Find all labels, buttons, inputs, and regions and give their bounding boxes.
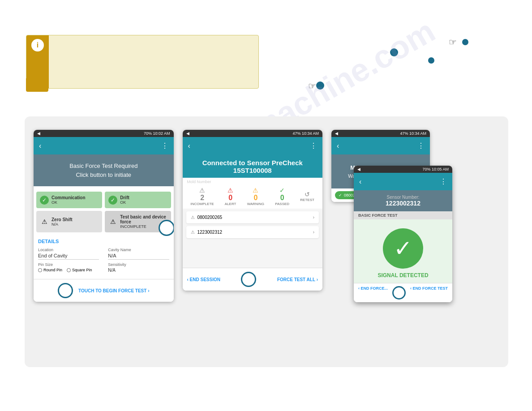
end-force-left[interactable]: ‹ END FORCE...: [358, 286, 388, 300]
check-icon-communication: ✓: [40, 196, 49, 205]
info-banner: i: [26, 35, 259, 89]
warning-label: WARNING: [247, 202, 264, 206]
incomplete-num: 2: [200, 194, 204, 202]
check-icon-drift: ✓: [108, 196, 117, 205]
radio-round-label: Round Pin: [43, 268, 62, 272]
end-session-btn[interactable]: ‹ END SESSION: [187, 277, 220, 282]
warn-icon-zeroshift: ⚠: [40, 217, 49, 226]
big-check-icon: ✓: [383, 228, 423, 269]
phone2-status-time: 47% 10:34 AM: [292, 131, 319, 136]
mold-number-label: Mold Number: [183, 178, 323, 184]
front-circle-btn[interactable]: [392, 286, 406, 300]
nav-dot-4: [462, 39, 468, 45]
status-card-communication: ✓ Communication OK: [36, 192, 102, 208]
detail-row-pinsize: Pin Size Round Pin Square Pin Sensitivit: [38, 262, 169, 273]
alert-label: ALERT: [225, 202, 236, 206]
main-area: ◀ 70% 10:02 AM ‹ ⋮ Basic Force Test Requ…: [25, 116, 508, 367]
location-value: End of Cavity: [38, 253, 99, 260]
phone1-status-time: 70% 10:02 AM: [144, 131, 170, 136]
phone1-title2: Click button to initiate: [39, 171, 168, 180]
sensor1-warn-icon: ⚠: [191, 215, 195, 220]
phone3front-back[interactable]: ‹: [359, 178, 361, 186]
sensor2-arrow: ›: [313, 230, 314, 235]
info-icon: i: [31, 39, 44, 51]
status-card-zeroshift: ⚠ Zero Shift N/A: [36, 211, 102, 232]
phone3back-back[interactable]: ‹: [337, 142, 339, 150]
drift-sub: OK: [120, 200, 129, 205]
cursor-1: ☞: [308, 81, 316, 91]
phone3front-time: 70% 10:05 AM: [422, 167, 449, 171]
phone3back-header: ‹ ⋮: [331, 137, 430, 154]
phone1-body: Basic Force Test Required Click button t…: [34, 154, 174, 186]
nav-dot-3: [428, 57, 434, 64]
sensor-number-title: Sensor Number:: [358, 195, 448, 200]
phone2-status-bar: ◀ 47% 10:34 AM: [183, 130, 323, 137]
stat-alert: ⚠ 0 ALERT: [225, 187, 236, 206]
stat-incomplete: ⚠ 2 INCOMPLETE: [191, 187, 214, 206]
alert-num: 0: [228, 194, 232, 202]
chip1-check: ✓: [339, 193, 342, 197]
sensor-row-1[interactable]: ⚠ 0800200265 ›: [186, 211, 319, 223]
nav-dot-1: [316, 81, 324, 90]
radio-round-pin[interactable]: [38, 268, 42, 272]
stat-passed: ✓ 0 PASSED: [275, 187, 289, 206]
warn-icon-testforce: ⚠: [108, 217, 117, 226]
phone2-bottom-bar: ‹ END SESSION FORCE TEST ALL ›: [183, 268, 323, 291]
test-force-circle-btn[interactable]: [159, 220, 174, 236]
phone-2: ◀ 47% 10:34 AM ‹ ⋮ Connected to Sensor P…: [183, 130, 323, 291]
retest-icon: ↺: [305, 191, 310, 198]
radio-square-pin[interactable]: [67, 268, 71, 272]
sensor2-id: 1223002312: [197, 230, 223, 235]
phone2-main-header: Connected to Sensor PreCheck 15ST100008: [183, 154, 323, 178]
details-section: DETAILS Location End of Cavity Cavity Na…: [34, 235, 174, 279]
status-card-testforce: ⚠ Test basic and device force INCOMPLETE: [105, 211, 171, 232]
phone2-share-icon[interactable]: ⋮: [310, 141, 317, 150]
end-force-right[interactable]: ‹ END FORCE TEST: [410, 286, 448, 300]
sensor2-warn-icon: ⚠: [191, 230, 195, 235]
drift-label: Drift: [120, 195, 129, 200]
phone3-front: ◀ 70% 10:05 AM ‹ ⋮ Sensor Number: 122300…: [354, 166, 452, 302]
retest-label: RETEST: [300, 198, 314, 202]
cursor-2: ☞: [449, 37, 457, 47]
passed-label: PASSED: [275, 202, 289, 206]
begin-force-test-btn[interactable]: [58, 283, 73, 298]
precheck-title1: Connected to Sensor PreCheck: [186, 159, 319, 167]
comm-sub: OK: [51, 200, 86, 205]
precheck-title2: 15ST100008: [186, 167, 319, 174]
signal-detected-text: SIGNAL DETECTED: [378, 272, 428, 278]
stat-warning: ⚠ 0 WARNING: [247, 187, 264, 206]
status-grid: ✓ Communication OK ✓ Drift OK ⚠ Zero Shi…: [36, 192, 171, 232]
sensor-list: ⚠ 0800200265 › ⚠ 1223002312 ›: [183, 209, 323, 241]
phone1-bottom-bar[interactable]: TOUCH TO BEGIN FORCE TEST ›: [34, 279, 174, 302]
back-arrow-icon[interactable]: ‹: [39, 142, 41, 150]
phone3front-share[interactable]: ⋮: [440, 177, 447, 186]
phone3front-status: ◀ 70% 10:05 AM: [354, 166, 452, 173]
phone1-status-bar: ◀ 70% 10:02 AM: [34, 130, 174, 137]
phone2-status-left: ◀: [186, 131, 189, 136]
sensor1-id: 0800200265: [197, 215, 223, 220]
cavity-value: N/A: [108, 253, 169, 260]
phone3front-header: ‹ ⋮: [354, 173, 452, 190]
phone-1: ◀ 70% 10:02 AM ‹ ⋮ Basic Force Test Requ…: [34, 130, 174, 302]
phone3back-share[interactable]: ⋮: [417, 141, 425, 150]
status-card-drift: ✓ Drift OK: [105, 192, 171, 208]
passed-num: 0: [280, 194, 284, 202]
sensor1-arrow: ›: [313, 215, 314, 220]
phone3front-left: ◀: [357, 167, 360, 171]
stat-retest[interactable]: ↺ RETEST: [300, 191, 314, 202]
sensitivity-label: Sensitivity: [108, 262, 169, 267]
phone1-title1: Basic Force Test Required: [39, 162, 168, 171]
details-title: DETAILS: [38, 239, 169, 244]
phone2-circle-btn[interactable]: [241, 272, 256, 287]
end-force-bar: ‹ END FORCE... ‹ END FORCE TEST: [354, 283, 452, 302]
phone2-back-icon[interactable]: ‹: [188, 142, 190, 150]
pin-size-label: Pin Size: [38, 262, 99, 267]
passed-icon: ✓: [279, 187, 285, 194]
share-icon[interactable]: ⋮: [161, 141, 168, 150]
force-test-all-btn[interactable]: FORCE TEST ALL ›: [277, 277, 318, 282]
phone3back-left: ◀: [335, 131, 338, 136]
phone2-app-header: ‹ ⋮: [183, 137, 323, 154]
front-phone-header: Sensor Number: 1223002312: [354, 190, 452, 211]
sensor-row-2[interactable]: ⚠ 1223002312 ›: [186, 226, 319, 238]
phone3back-time: 47% 10:34 AM: [400, 131, 426, 136]
